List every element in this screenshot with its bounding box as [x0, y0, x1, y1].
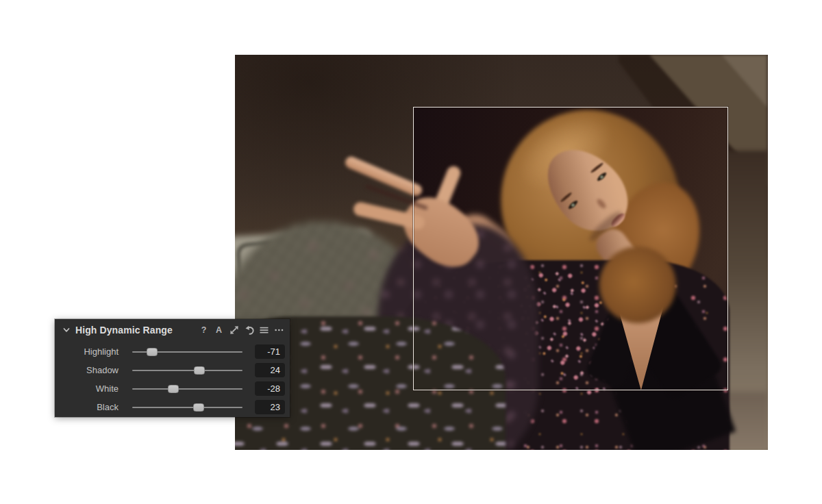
slider-track[interactable] — [132, 370, 242, 371]
panel-title: High Dynamic Range — [75, 325, 173, 336]
photo-canvas[interactable] — [235, 55, 768, 450]
slider[interactable] — [132, 383, 242, 394]
slider-track[interactable] — [132, 388, 242, 390]
slider[interactable] — [132, 402, 242, 413]
slider-label: Shadow — [55, 365, 119, 375]
slider-value-field[interactable]: -28 — [255, 381, 285, 396]
slider-label: White — [55, 383, 119, 394]
page: { "panel": { "title": "High Dynamic Rang… — [0, 0, 822, 504]
slider-row-black: Black 23 — [55, 398, 290, 416]
slider-thumb[interactable] — [168, 385, 179, 393]
expand-arrows-icon[interactable] — [229, 325, 239, 335]
slider-thumb[interactable] — [147, 348, 158, 356]
slider-row-highlight: Highlight -71 — [55, 342, 290, 361]
reset-icon[interactable] — [244, 325, 254, 335]
slider-value-field[interactable]: -71 — [255, 344, 285, 359]
slider-value-field[interactable]: 23 — [255, 400, 285, 414]
menu-icon[interactable] — [259, 325, 269, 335]
slider-thumb[interactable] — [194, 366, 205, 375]
slider-label: Black — [55, 402, 119, 412]
slider-thumb[interactable] — [193, 403, 204, 412]
slider-row-white: White -28 — [55, 379, 290, 398]
slider-row-shadow: Shadow 24 — [55, 361, 290, 379]
auto-adjust-icon[interactable]: A — [214, 325, 224, 335]
hdr-panel-header: High Dynamic Range ? A — [55, 319, 290, 340]
crop-selection-frame[interactable] — [413, 107, 728, 390]
slider-value-field[interactable]: 24 — [255, 363, 285, 377]
slider[interactable] — [132, 365, 242, 376]
more-options-icon[interactable] — [274, 325, 284, 335]
slider-rows: Highlight -71 Shadow 24 White -28 Black … — [55, 340, 290, 416]
slider-track[interactable] — [132, 407, 242, 408]
chevron-down-icon[interactable] — [62, 325, 71, 335]
slider-label: Highlight — [55, 346, 119, 357]
slider[interactable] — [132, 346, 242, 357]
help-icon[interactable]: ? — [199, 325, 209, 335]
hdr-panel: High Dynamic Range ? A — [55, 319, 290, 417]
